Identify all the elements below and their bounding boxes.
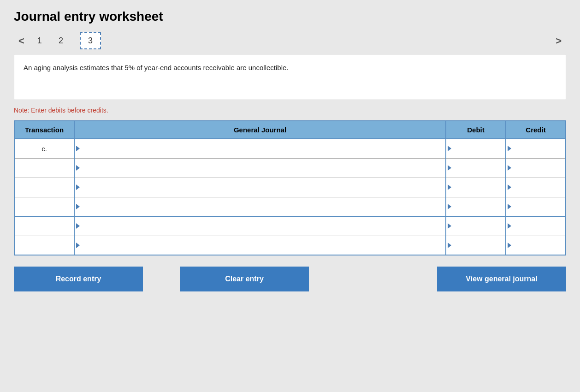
debit-input-6[interactable] — [446, 236, 505, 255]
credit-input-2[interactable] — [506, 159, 565, 178]
cell-debit-6[interactable] — [446, 236, 506, 255]
gj-arrow-1 — [76, 146, 80, 151]
prev-arrow[interactable]: < — [14, 33, 29, 49]
cell-debit-3[interactable] — [446, 178, 506, 197]
cell-transaction-2 — [14, 158, 74, 178]
view-general-journal-button[interactable]: View general journal — [437, 267, 566, 291]
note-text: Note: Enter debits before credits. — [14, 107, 566, 114]
nav-row: < 1 2 3 > — [14, 32, 566, 49]
tab-3[interactable]: 3 — [80, 32, 101, 49]
credit-input-3[interactable] — [506, 178, 565, 197]
debit-arrow-6 — [448, 243, 451, 248]
cell-credit-6[interactable] — [506, 236, 566, 255]
cell-transaction-4 — [14, 197, 74, 216]
cell-gj-4[interactable] — [74, 197, 446, 216]
description-text: An aging analysis estimates that 5% of y… — [24, 64, 289, 71]
gj-input-5[interactable] — [75, 217, 445, 236]
gj-arrow-2 — [76, 165, 80, 171]
debit-input-4[interactable] — [446, 197, 505, 216]
gj-arrow-3 — [76, 184, 80, 190]
cell-credit-3[interactable] — [506, 178, 566, 197]
debit-arrow-5 — [448, 223, 451, 229]
credit-input-1[interactable] — [506, 139, 565, 158]
cell-transaction-3 — [14, 178, 74, 197]
cell-debit-5[interactable] — [446, 216, 506, 236]
cell-gj-2[interactable] — [74, 158, 446, 178]
table-row: c. — [14, 139, 566, 158]
table-row — [14, 158, 566, 178]
gj-arrow-5 — [76, 223, 80, 229]
description-box: An aging analysis estimates that 5% of y… — [14, 54, 566, 100]
credit-arrow-4 — [508, 204, 511, 209]
credit-arrow-2 — [508, 165, 511, 171]
cell-gj-3[interactable] — [74, 178, 446, 197]
credit-arrow-5 — [508, 223, 511, 229]
debit-input-1[interactable] — [446, 139, 505, 158]
gj-input-2[interactable] — [75, 159, 445, 178]
cell-credit-2[interactable] — [506, 158, 566, 178]
col-header-transaction: Transaction — [14, 121, 74, 139]
debit-arrow-1 — [448, 146, 451, 151]
table-row — [14, 216, 566, 236]
credit-arrow-6 — [508, 243, 511, 248]
gj-arrow-4 — [76, 204, 80, 209]
credit-input-5[interactable] — [506, 217, 565, 236]
cell-debit-4[interactable] — [446, 197, 506, 216]
page-title: Journal entry worksheet — [14, 9, 566, 24]
cell-gj-5[interactable] — [74, 216, 446, 236]
col-header-general-journal: General Journal — [74, 121, 446, 139]
tab-1[interactable]: 1 — [37, 36, 42, 46]
credit-input-4[interactable] — [506, 197, 565, 216]
cell-credit-4[interactable] — [506, 197, 566, 216]
gj-arrow-6 — [76, 243, 80, 248]
next-arrow[interactable]: > — [551, 33, 566, 49]
cell-gj-6[interactable] — [74, 236, 446, 255]
cell-debit-2[interactable] — [446, 158, 506, 178]
table-row — [14, 197, 566, 216]
cell-transaction-5 — [14, 216, 74, 236]
gj-input-3[interactable] — [75, 178, 445, 197]
table-row — [14, 178, 566, 197]
debit-input-3[interactable] — [446, 178, 505, 197]
cell-debit-1[interactable] — [446, 139, 506, 158]
col-header-credit: Credit — [506, 121, 566, 139]
cell-gj-1[interactable] — [74, 139, 446, 158]
debit-arrow-4 — [448, 204, 451, 209]
table-row — [14, 236, 566, 255]
journal-table: Transaction General Journal Debit Credit… — [14, 120, 566, 255]
debit-arrow-3 — [448, 184, 451, 190]
gj-input-4[interactable] — [75, 197, 445, 216]
gj-input-6[interactable] — [75, 236, 445, 255]
credit-input-6[interactable] — [506, 236, 565, 255]
debit-input-2[interactable] — [446, 159, 505, 178]
credit-arrow-3 — [508, 184, 511, 190]
gj-input-1[interactable] — [75, 139, 445, 158]
credit-arrow-1 — [508, 146, 511, 151]
cell-credit-5[interactable] — [506, 216, 566, 236]
debit-input-5[interactable] — [446, 217, 505, 236]
cell-transaction-1: c. — [14, 139, 74, 158]
cell-credit-1[interactable] — [506, 139, 566, 158]
cell-transaction-6 — [14, 236, 74, 255]
record-entry-button[interactable]: Record entry — [14, 267, 143, 291]
debit-arrow-2 — [448, 165, 451, 171]
tab-2[interactable]: 2 — [59, 36, 63, 46]
col-header-debit: Debit — [446, 121, 506, 139]
clear-entry-button[interactable]: Clear entry — [180, 267, 309, 291]
buttons-row: Record entry Clear entry View general jo… — [14, 267, 566, 291]
